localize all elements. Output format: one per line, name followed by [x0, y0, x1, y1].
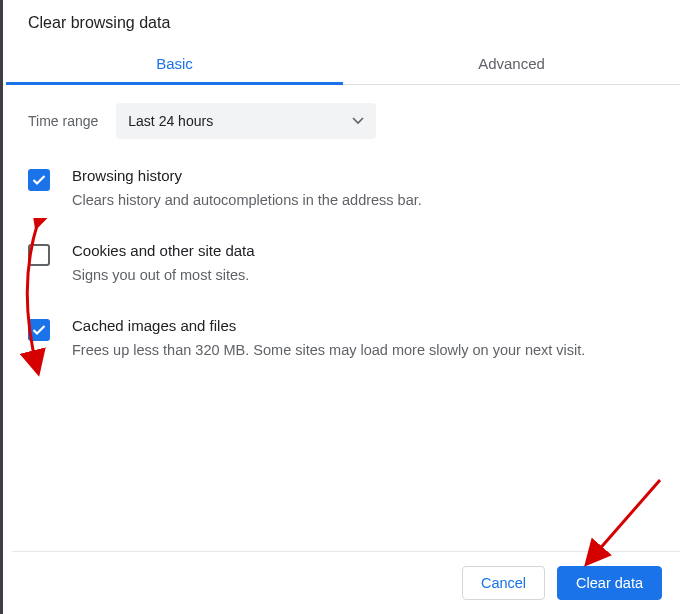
tab-basic[interactable]: Basic [6, 42, 343, 84]
dialog-footer: Cancel Clear data [12, 551, 680, 614]
item-title-cookies: Cookies and other site data [72, 242, 255, 259]
item-title-cached: Cached images and files [72, 317, 585, 334]
checkbox-browsing-history[interactable] [28, 169, 50, 191]
checkbox-cached[interactable] [28, 319, 50, 341]
item-desc-cached: Frees up less than 320 MB. Some sites ma… [72, 340, 585, 362]
checkbox-cookies[interactable] [28, 244, 50, 266]
item-title-browsing-history: Browsing history [72, 167, 422, 184]
tab-advanced[interactable]: Advanced [343, 42, 680, 84]
time-range-value: Last 24 hours [128, 113, 213, 129]
item-desc-browsing-history: Clears history and autocompletions in th… [72, 190, 422, 212]
dropdown-caret-icon [352, 117, 364, 125]
clear-browsing-data-dialog: Clear browsing data Basic Advanced Time … [6, 0, 680, 614]
time-range-label: Time range [28, 113, 98, 129]
tabs: Basic Advanced [6, 42, 680, 85]
dialog-title: Clear browsing data [6, 0, 680, 42]
time-range-select[interactable]: Last 24 hours [116, 103, 376, 139]
clear-data-button[interactable]: Clear data [557, 566, 662, 600]
item-desc-cookies: Signs you out of most sites. [72, 265, 255, 287]
cancel-button[interactable]: Cancel [462, 566, 545, 600]
